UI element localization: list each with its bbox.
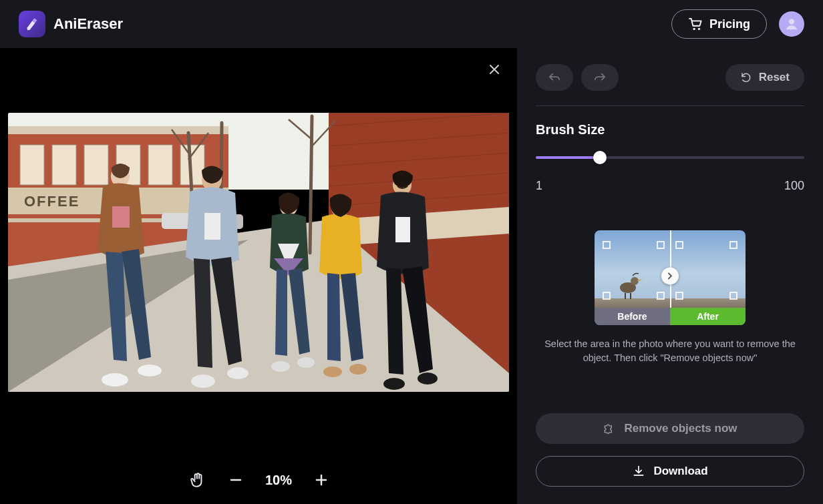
demo-arrow-icon: [661, 267, 679, 284]
svg-point-59: [631, 277, 639, 285]
app-body: OFFEE: [0, 48, 823, 504]
slider-thumb[interactable]: [593, 151, 607, 164]
minus-icon: [229, 473, 242, 487]
svg-rect-5: [8, 126, 228, 134]
svg-rect-6: [20, 145, 44, 185]
download-icon: [632, 465, 645, 478]
svg-point-1: [698, 28, 700, 30]
zoom-in-button[interactable]: [315, 473, 328, 487]
side-top-actions: Reset: [536, 64, 804, 91]
brand-name: AniEraser: [53, 15, 123, 33]
header-right: Pricing: [671, 9, 804, 39]
zoom-bar: 10%: [0, 456, 517, 504]
brush-min: 1: [536, 179, 542, 193]
demo-before-label: Before: [595, 308, 670, 325]
svg-point-47: [297, 357, 315, 368]
svg-line-28: [310, 116, 312, 253]
divider: [536, 105, 804, 106]
undo-button[interactable]: [536, 64, 573, 91]
slider-fill: [536, 156, 600, 159]
svg-rect-8: [84, 145, 108, 185]
svg-point-2: [789, 19, 794, 24]
edited-photo[interactable]: OFFEE: [8, 113, 509, 392]
user-icon: [784, 17, 799, 31]
app-logo-icon: [19, 11, 45, 37]
svg-point-37: [102, 373, 128, 387]
undo-icon: [547, 71, 562, 83]
svg-point-49: [323, 366, 342, 377]
svg-point-38: [138, 364, 162, 376]
demo-before-after: Before After: [595, 230, 746, 325]
reset-button[interactable]: Reset: [725, 64, 804, 91]
cart-icon: [688, 17, 703, 31]
redo-button[interactable]: [581, 64, 619, 91]
app-header: AniEraser Pricing: [0, 0, 823, 48]
svg-rect-40: [204, 213, 220, 240]
download-button[interactable]: Download: [536, 456, 804, 487]
close-icon: [488, 63, 500, 75]
download-label: Download: [653, 465, 707, 478]
svg-point-53: [383, 378, 405, 390]
hint-text: Select the area in the photo where you w…: [543, 337, 797, 365]
plus-icon: [315, 473, 328, 487]
reset-icon: [740, 71, 752, 83]
puzzle-icon: [603, 422, 616, 435]
svg-point-0: [693, 28, 695, 30]
brush-max: 100: [784, 179, 804, 193]
remove-objects-button[interactable]: Remove objects now: [536, 413, 804, 444]
svg-text:OFFEE: OFFEE: [24, 193, 79, 210]
svg-point-50: [349, 364, 367, 374]
demo-section: Before After Select the area in the phot…: [536, 230, 804, 400]
svg-rect-52: [395, 217, 410, 242]
reset-label: Reset: [759, 71, 790, 84]
hand-icon: [189, 471, 206, 489]
svg-rect-10: [148, 145, 172, 185]
brand: AniEraser: [19, 11, 123, 37]
zoom-level: 10%: [265, 473, 292, 488]
pricing-label: Pricing: [709, 17, 750, 31]
pricing-button[interactable]: Pricing: [671, 9, 767, 39]
svg-point-42: [227, 367, 249, 379]
side-panel: Reset Brush Size 1 100: [517, 48, 823, 504]
svg-point-46: [271, 361, 290, 372]
svg-point-54: [418, 372, 438, 385]
close-button[interactable]: [485, 60, 504, 79]
remove-label: Remove objects now: [624, 422, 737, 435]
canvas-pane: OFFEE: [0, 48, 517, 504]
svg-point-41: [191, 374, 215, 388]
svg-rect-36: [112, 206, 130, 228]
brush-size-slider[interactable]: [536, 151, 804, 164]
brush-range-labels: 1 100: [536, 179, 804, 193]
user-avatar[interactable]: [779, 11, 804, 37]
brush-size-title: Brush Size: [536, 122, 804, 138]
bird-icon: [613, 268, 645, 300]
redo-icon: [593, 71, 607, 83]
pan-tool-button[interactable]: [189, 471, 206, 489]
canvas-holder: OFFEE: [0, 48, 517, 456]
svg-rect-7: [52, 145, 76, 185]
demo-after-label: After: [670, 308, 746, 325]
zoom-out-button[interactable]: [229, 473, 242, 487]
